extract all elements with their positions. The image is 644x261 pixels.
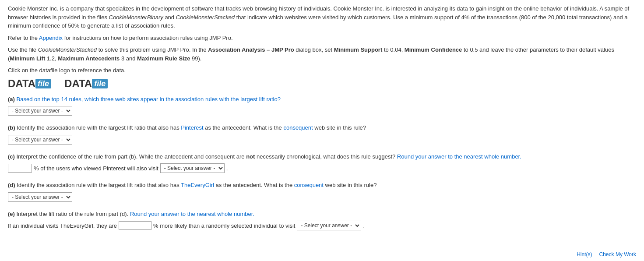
question-d-select-row: - Select your answer - Option A Option B… bbox=[8, 192, 636, 202]
check-my-work-link[interactable]: Check My Work bbox=[599, 251, 636, 257]
question-c-text: (c) Interpret the confidence of the rule… bbox=[8, 152, 636, 161]
question-e-text: (e) Interpret the lift ratio of the rule… bbox=[8, 210, 636, 219]
question-e-select[interactable]: - Select your answer - Option A Option B… bbox=[297, 221, 361, 230]
question-a-select[interactable]: - Select your answer - Option A Option B… bbox=[8, 106, 72, 116]
question-b: (b) Identify the association rule with t… bbox=[8, 123, 636, 145]
question-d: (d) Identify the association rule with t… bbox=[8, 181, 636, 202]
question-a-text: (a) Based on the top 14 rules, which thr… bbox=[8, 95, 636, 104]
data-files-container: DATAfile DATAfile bbox=[8, 78, 636, 89]
data-file-2[interactable]: DATAfile bbox=[64, 78, 108, 89]
question-c-select[interactable]: - Select your answer - Option A Option B… bbox=[160, 163, 225, 173]
question-d-select[interactable]: - Select your answer - Option A Option B… bbox=[8, 192, 72, 202]
question-e-input[interactable] bbox=[119, 221, 151, 230]
question-a-select-row: - Select your answer - Option A Option B… bbox=[8, 106, 636, 116]
intro-para2: Refer to the Appendix for instructions o… bbox=[8, 34, 636, 42]
hint-link[interactable]: Hint(s) bbox=[577, 251, 592, 257]
question-d-text: (d) Identify the association rule with t… bbox=[8, 181, 636, 190]
question-c-answer-row: % of the users who viewed Pinterest will… bbox=[8, 163, 636, 173]
intro-para4: Click on the datafile logo to reference … bbox=[8, 66, 636, 75]
question-b-select-row: - Select your answer - Option A Option B… bbox=[8, 135, 636, 145]
question-c-input[interactable] bbox=[8, 164, 32, 173]
question-e: (e) Interpret the lift ratio of the rule… bbox=[8, 210, 636, 231]
intro-para1: Cookie Monster Inc. is a company that sp… bbox=[8, 4, 636, 30]
question-e-answer-row: If an individual visits TheEveryGirl, th… bbox=[8, 221, 636, 230]
question-b-text: (b) Identify the association rule with t… bbox=[8, 123, 636, 132]
question-c: (c) Interpret the confidence of the rule… bbox=[8, 152, 636, 173]
intro-para3: Use the file CookieMonsterStacked to sol… bbox=[8, 46, 636, 63]
bottom-links: Hint(s) Check My Work bbox=[577, 251, 636, 257]
question-a: (a) Based on the top 14 rules, which thr… bbox=[8, 95, 636, 116]
data-file-1[interactable]: DATAfile bbox=[8, 78, 51, 89]
question-b-select[interactable]: - Select your answer - Option A Option B… bbox=[8, 135, 72, 145]
